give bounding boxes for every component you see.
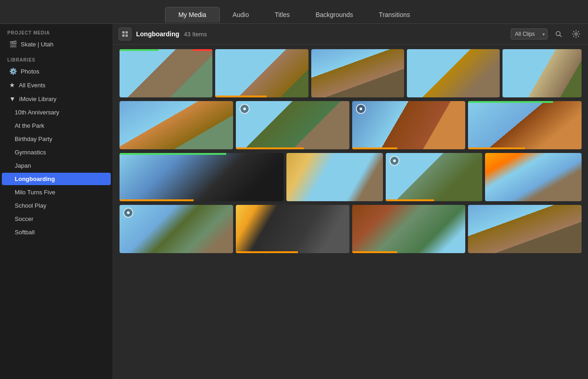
svg-line-5 <box>560 35 562 37</box>
svg-point-6 <box>575 33 577 35</box>
slow-mo-badge <box>356 104 366 114</box>
clip-item[interactable] <box>286 153 383 201</box>
top-navigation: My Media Audio Titles Backgrounds Transi… <box>0 0 588 24</box>
sidebar-item-label: Gymnastics <box>15 149 46 156</box>
tab-transitions[interactable]: Transitions <box>366 7 423 22</box>
star-icon: ★ <box>9 81 15 89</box>
slow-mo-badge <box>240 104 250 114</box>
clip-item[interactable] <box>236 101 349 149</box>
sidebar-item-label: Soccer <box>15 215 33 222</box>
clip-item[interactable] <box>485 153 582 201</box>
sidebar-item-project[interactable]: 🎬 Skate | Utah <box>2 38 111 51</box>
svg-rect-3 <box>126 34 128 37</box>
clip-item[interactable] <box>120 101 233 149</box>
sidebar-item-label: 10th Anniversary <box>15 109 59 116</box>
content-toolbar: Longboarding 43 Items All Clips Favorite… <box>113 24 588 45</box>
sidebar-item-label: Milo Turns Five <box>15 189 55 196</box>
sidebar-item-photos[interactable]: ⚙️ Photos <box>2 65 111 78</box>
project-item-label: Skate | Utah <box>21 41 53 48</box>
settings-button[interactable] <box>570 28 582 40</box>
filter-wrapper[interactable]: All Clips Favorites Rejected ▾ <box>511 28 548 40</box>
photos-icon: ⚙️ <box>9 68 17 75</box>
clip-item[interactable] <box>352 205 466 253</box>
filter-select[interactable]: All Clips Favorites Rejected <box>511 28 548 40</box>
search-button[interactable] <box>552 28 565 40</box>
clips-row <box>120 101 582 149</box>
sidebar-item-label: All Events <box>19 82 46 89</box>
content-area: Longboarding 43 Items All Clips Favorite… <box>113 24 588 379</box>
sidebar-item-japan[interactable]: Japan <box>2 159 111 172</box>
sidebar-item-label: At the Park <box>15 122 44 129</box>
sidebar-item-longboarding[interactable]: Longboarding <box>2 173 111 185</box>
sidebar-item-label: iMovie Library <box>19 96 57 102</box>
sidebar-item-label: School Play <box>15 202 46 209</box>
clip-item[interactable] <box>352 101 466 149</box>
chevron-icon: ▼ <box>9 95 16 102</box>
clips-row <box>120 205 582 253</box>
sidebar-item-gymnastics[interactable]: Gymnastics <box>2 146 111 158</box>
tab-backgrounds[interactable]: Backgrounds <box>303 7 366 22</box>
sidebar-item-softball[interactable]: Softball <box>2 226 111 238</box>
clip-item[interactable] <box>468 205 582 253</box>
slow-mo-badge <box>389 156 400 166</box>
tab-my-media[interactable]: My Media <box>165 7 220 23</box>
sidebar-item-soccer[interactable]: Soccer <box>2 213 111 225</box>
libraries-label: LIBRARIES <box>0 51 113 64</box>
film-icon: 🎬 <box>9 40 17 48</box>
sidebar-item-birthday-party[interactable]: Birthday Party <box>2 133 111 145</box>
clips-row <box>120 153 582 201</box>
clip-item[interactable] <box>407 49 500 97</box>
clip-item[interactable] <box>120 49 212 97</box>
tab-titles[interactable]: Titles <box>262 7 303 22</box>
clips-grid <box>113 45 588 379</box>
sidebar-item-school-play[interactable]: School Play <box>2 199 111 212</box>
sidebar-item-label: Longboarding <box>15 175 55 182</box>
sidebar-item-milo-turns-five[interactable]: Milo Turns Five <box>2 186 111 198</box>
clip-item[interactable] <box>386 153 482 201</box>
main-layout: PROJECT MEDIA 🎬 Skate | Utah LIBRARIES ⚙… <box>0 24 588 379</box>
svg-rect-0 <box>122 31 125 34</box>
sidebar-item-10th-anniversary[interactable]: 10th Anniversary <box>2 106 111 119</box>
sidebar-item-all-events[interactable]: ★ All Events <box>2 79 111 91</box>
content-count: 43 Items <box>184 31 207 38</box>
clips-row <box>120 49 582 97</box>
clip-item[interactable] <box>215 49 308 97</box>
clip-item[interactable] <box>120 153 284 201</box>
svg-rect-2 <box>122 34 125 37</box>
sidebar: PROJECT MEDIA 🎬 Skate | Utah LIBRARIES ⚙… <box>0 24 113 379</box>
sidebar-item-label: Photos <box>21 68 39 75</box>
clip-item[interactable] <box>236 205 349 253</box>
slow-mo-badge <box>123 208 133 218</box>
clip-item[interactable] <box>502 49 582 97</box>
clip-item[interactable] <box>468 101 582 149</box>
svg-rect-1 <box>126 31 128 34</box>
sidebar-item-label: Birthday Party <box>15 136 52 142</box>
tab-audio[interactable]: Audio <box>220 7 262 22</box>
content-title: Longboarding <box>136 30 179 38</box>
sidebar-item-at-the-park[interactable]: At the Park <box>2 119 111 132</box>
clip-item[interactable] <box>311 49 404 97</box>
grid-view-button[interactable] <box>119 28 131 40</box>
sidebar-item-imovie-library[interactable]: ▼ iMovie Library <box>2 92 111 105</box>
sidebar-item-label: Softball <box>15 229 34 236</box>
clip-item[interactable] <box>120 205 233 253</box>
project-media-label: PROJECT MEDIA <box>0 24 113 37</box>
sidebar-item-label: Japan <box>15 162 31 169</box>
